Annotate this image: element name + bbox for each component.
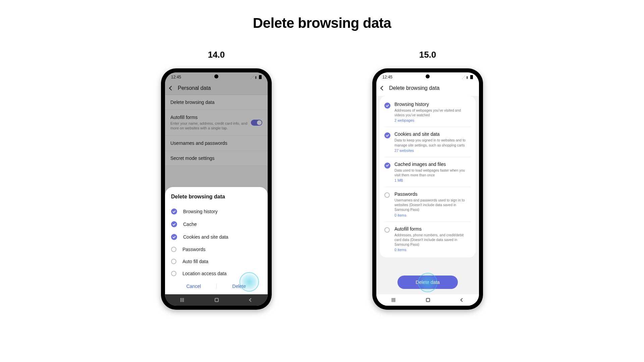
data-title: Cookies and site data: [394, 131, 471, 137]
phone-col-left: 14.0 12:45 ⋰ ▮ Personal data: [161, 50, 272, 310]
option-row[interactable]: Browsing history: [171, 205, 262, 218]
data-desc: Usernames and passwords used to sign in …: [394, 198, 471, 212]
checkbox-checked-icon[interactable]: [171, 208, 177, 215]
checkbox-checked-icon[interactable]: [384, 103, 390, 109]
back-icon[interactable]: [380, 86, 385, 90]
nav-home-icon[interactable]: [426, 298, 430, 302]
option-row[interactable]: Passwords: [171, 243, 262, 255]
option-row[interactable]: Cookies and site data: [171, 231, 262, 243]
option-label: Cache: [183, 222, 197, 227]
page-title: Delete browsing data: [0, 0, 644, 31]
data-row[interactable]: Cookies and site data Data to keep you s…: [384, 127, 471, 157]
camera-dot: [426, 74, 430, 78]
nav-bar: [376, 294, 479, 306]
data-title: Browsing history: [394, 102, 471, 107]
phone-col-right: 15.0 12:45 ⋰ ▮ Delete browsing data: [372, 50, 483, 310]
screen-left: 12:45 ⋰ ▮ Personal data Delete browsing …: [165, 72, 268, 306]
option-label: Auto fill data: [182, 259, 208, 264]
data-row[interactable]: Browsing history Addresses of webpages y…: [384, 97, 471, 127]
signal-icon: ▮: [466, 75, 468, 79]
nav-recents-icon[interactable]: [392, 298, 395, 302]
data-meta: 0 items: [394, 248, 471, 252]
data-desc: Data used to load webpages faster when y…: [394, 168, 471, 177]
checkbox-checked-icon[interactable]: [384, 163, 390, 169]
delete-data-button[interactable]: Delete data: [397, 276, 458, 289]
data-meta: 27 websites: [394, 148, 471, 153]
cancel-button[interactable]: Cancel: [171, 284, 216, 289]
sheet-actions: Cancel Delete: [171, 280, 262, 291]
option-label: Browsing history: [183, 209, 218, 214]
checkbox-unchecked-icon[interactable]: [171, 259, 176, 264]
version-label-left: 14.0: [161, 50, 272, 60]
camera-dot: [214, 74, 218, 78]
data-title: Autofill forms: [394, 226, 471, 232]
version-label-right: 15.0: [372, 50, 483, 60]
header-bar: Delete browsing data: [376, 82, 479, 96]
wifi-icon: ⋰: [462, 75, 465, 79]
option-label: Location access data: [182, 271, 227, 276]
option-row[interactable]: Location access data: [171, 267, 262, 280]
option-label: Cookies and site data: [183, 234, 228, 240]
status-time: 12:45: [382, 75, 392, 79]
bottom-sheet: Delete browsing data Browsing history Ca…: [165, 187, 268, 294]
screen-right: 12:45 ⋰ ▮ Delete browsing data: [376, 72, 479, 306]
data-meta: 1 MB: [394, 178, 471, 182]
checkbox-unchecked-icon[interactable]: [384, 227, 390, 233]
delete-button[interactable]: Delete: [217, 284, 262, 289]
header-title: Delete browsing data: [389, 85, 439, 91]
option-row[interactable]: Auto fill data: [171, 255, 262, 267]
data-desc: Data to keep you signed in to websites a…: [394, 138, 471, 147]
data-meta: 2 webpages: [394, 118, 471, 122]
checkbox-checked-icon[interactable]: [171, 221, 177, 227]
phones-row: 14.0 12:45 ⋰ ▮ Personal data: [0, 50, 644, 310]
data-desc: Addresses of webpages you've visited and…: [394, 108, 471, 117]
status-icons: ⋰ ▮: [462, 75, 473, 79]
data-title: Cached images and files: [394, 162, 471, 167]
phone-frame-left: 12:45 ⋰ ▮ Personal data Delete browsing …: [161, 68, 272, 310]
battery-icon: [470, 75, 473, 79]
option-row[interactable]: Cache: [171, 218, 262, 231]
data-title: Passwords: [394, 191, 471, 197]
checkbox-checked-icon[interactable]: [171, 234, 177, 240]
phone-frame-right: 12:45 ⋰ ▮ Delete browsing data: [372, 68, 483, 310]
data-row[interactable]: Cached images and files Data used to loa…: [384, 157, 471, 187]
data-row[interactable]: Autofill forms Addresses, phone numbers,…: [384, 222, 471, 256]
data-row[interactable]: Passwords Usernames and passwords used t…: [384, 187, 471, 222]
options-card: Browsing history Addresses of webpages y…: [380, 96, 476, 257]
data-meta: 0 items: [394, 213, 471, 217]
checkbox-unchecked-icon[interactable]: [171, 271, 176, 276]
checkbox-unchecked-icon[interactable]: [384, 192, 390, 198]
option-label: Passwords: [182, 247, 205, 252]
nav-back-icon[interactable]: [460, 298, 464, 302]
checkbox-unchecked-icon[interactable]: [171, 247, 176, 252]
sheet-title: Delete browsing data: [171, 194, 262, 200]
data-desc: Addresses, phone numbers, and credit/deb…: [394, 233, 471, 247]
checkbox-checked-icon[interactable]: [384, 132, 390, 138]
